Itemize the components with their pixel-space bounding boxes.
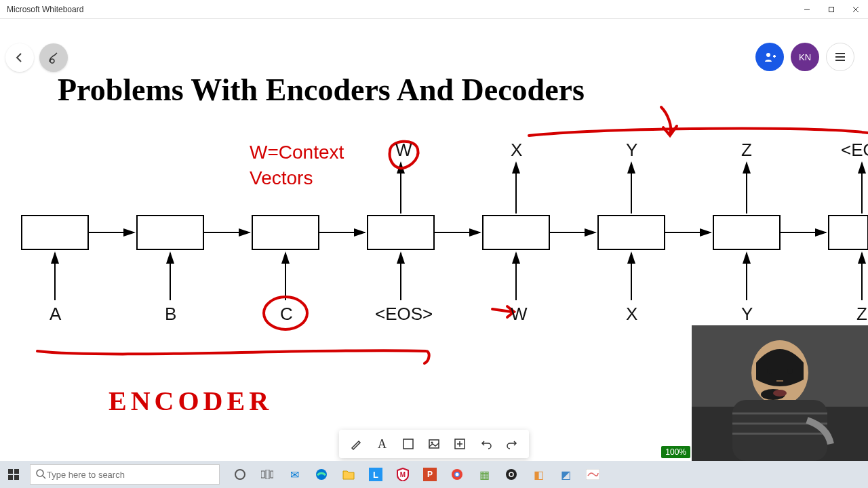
svg-rect-48: [732, 400, 827, 461]
svg-rect-4: [22, 216, 88, 249]
window-controls: [795, 0, 868, 19]
hamburger-menu-button[interactable]: [826, 43, 854, 71]
svg-point-33: [766, 53, 770, 57]
task-view-icon[interactable]: [254, 461, 281, 488]
svg-rect-11: [829, 216, 868, 249]
chrome-app-icon[interactable]: [443, 461, 471, 488]
taskbar-tray[interactable]: [864, 461, 868, 488]
back-button[interactable]: [5, 43, 34, 72]
svg-rect-5: [137, 216, 203, 249]
svg-rect-57: [14, 469, 19, 474]
pen-tool-button[interactable]: [345, 433, 367, 455]
svg-rect-63: [261, 471, 264, 478]
window-title: Microsoft Whiteboard: [7, 5, 83, 14]
svg-point-53: [773, 390, 787, 396]
svg-rect-56: [8, 469, 13, 474]
taskbar-search[interactable]: [30, 464, 220, 485]
input-b: B: [165, 304, 176, 325]
invite-button[interactable]: [755, 43, 784, 71]
taskbar-search-input[interactable]: [47, 470, 214, 480]
webcam-overlay: [692, 325, 868, 461]
zoom-level-badge: 100%: [661, 446, 690, 458]
input-y: Y: [741, 304, 753, 325]
input-c: C: [280, 304, 293, 325]
explorer-app-icon[interactable]: [335, 461, 362, 488]
mcafee-app-icon[interactable]: M: [389, 461, 416, 488]
output-y: Y: [626, 140, 637, 161]
svg-text:M: M: [400, 471, 406, 479]
undo-button[interactable]: [475, 433, 497, 455]
image-tool-button[interactable]: [423, 433, 445, 455]
svg-rect-6: [252, 216, 319, 249]
powerpoint-app-icon[interactable]: P: [416, 461, 443, 488]
svg-point-54: [767, 369, 772, 374]
svg-rect-59: [14, 475, 19, 480]
maximize-button[interactable]: [819, 0, 844, 19]
cortana-icon[interactable]: [226, 461, 254, 488]
output-w: W: [395, 140, 412, 161]
output-z: Z: [741, 140, 752, 161]
svg-point-71: [506, 469, 517, 480]
svg-point-41: [431, 442, 433, 444]
svg-point-70: [456, 473, 459, 476]
add-button[interactable]: [449, 433, 471, 455]
svg-line-61: [43, 476, 45, 479]
app-icon-1[interactable]: ▦: [471, 461, 498, 488]
output-eos: <EO: [841, 140, 868, 161]
input-x: X: [626, 304, 637, 325]
search-icon: [36, 469, 47, 480]
svg-rect-7: [368, 216, 434, 249]
input-z: Z: [856, 304, 867, 325]
text-tool-button[interactable]: A: [371, 433, 393, 455]
svg-rect-39: [403, 439, 413, 449]
svg-rect-8: [483, 216, 549, 249]
ink-tool-button[interactable]: [39, 43, 68, 72]
l-app-icon[interactable]: L: [362, 461, 389, 488]
svg-point-60: [37, 470, 43, 476]
start-button[interactable]: [0, 461, 27, 488]
svg-rect-9: [598, 216, 665, 249]
output-x: X: [511, 140, 522, 161]
minimize-button[interactable]: [795, 0, 819, 19]
input-w: W: [511, 304, 528, 325]
mail-app-icon[interactable]: ✉: [281, 461, 308, 488]
app-top-controls: [0, 37, 868, 78]
note-tool-button[interactable]: [397, 433, 419, 455]
edge-app-icon[interactable]: [308, 461, 335, 488]
taskbar: ✉ L M P ▦ ◧ ◩: [0, 461, 868, 488]
svg-rect-58: [8, 475, 13, 480]
input-a: A: [50, 304, 61, 325]
close-button[interactable]: [844, 0, 868, 19]
svg-rect-10: [713, 216, 780, 249]
user-avatar[interactable]: KN: [791, 43, 819, 71]
titlebar: Microsoft Whiteboard: [0, 0, 868, 19]
svg-point-55: [787, 369, 793, 374]
app-icon-3[interactable]: ◩: [552, 461, 579, 488]
svg-point-62: [235, 470, 245, 479]
obs-app-icon[interactable]: [498, 461, 525, 488]
top-right-controls: KN: [755, 43, 854, 71]
taskbar-apps: ✉ L M P ▦ ◧ ◩: [226, 461, 606, 488]
whiteboard-app-icon[interactable]: [579, 461, 606, 488]
svg-rect-64: [266, 470, 269, 479]
app-icon-2[interactable]: ◧: [525, 461, 552, 488]
input-eos: <EOS>: [375, 304, 433, 325]
floating-toolbar: A: [339, 430, 529, 458]
svg-rect-1: [829, 7, 834, 12]
svg-rect-65: [271, 471, 273, 478]
redo-button[interactable]: [501, 433, 523, 455]
